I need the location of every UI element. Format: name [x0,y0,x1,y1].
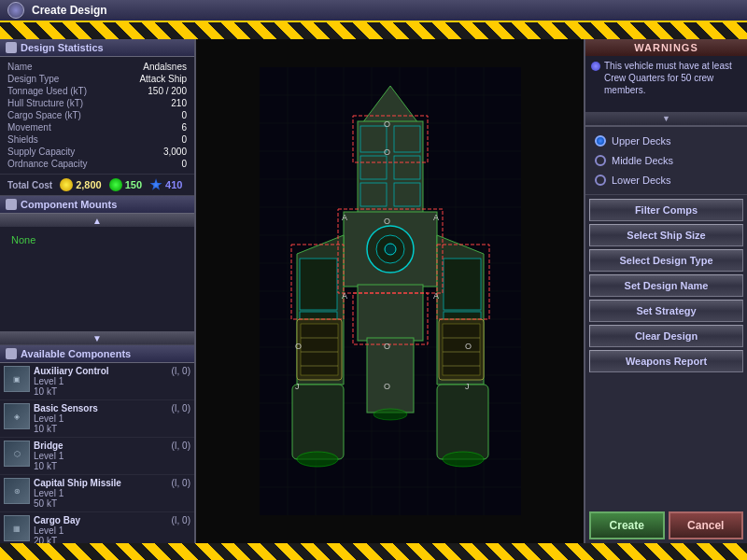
component-name-1: Basic Sensors [34,403,167,413]
deck-upper-button[interactable]: Upper Decks [589,133,743,149]
available-components-panel: Available Components ▣ Auxiliary Control… [0,345,194,543]
component-item[interactable]: ⬡ Bridge Level 1 10 kT (I, 0) [0,438,194,475]
mounts-content: None [0,227,194,331]
svg-rect-32 [437,385,488,459]
svg-rect-45 [300,259,337,310]
svg-text:A: A [342,291,347,301]
svg-point-38 [385,244,396,255]
mounts-icon [6,199,17,210]
stat-label-movement: Movement [7,122,51,133]
component-size-3: 50 kT [34,498,167,509]
cost-research: 410 [149,178,182,191]
svg-point-35 [374,409,407,420]
set-strategy-button[interactable]: Set Strategy [589,300,743,322]
component-size-4: 20 kT [34,536,167,543]
stat-value-name: Andalsnes [143,62,187,72]
component-thumb-3: ⊛ [4,478,30,504]
component-name-0: Auxiliary Control [34,366,167,376]
warnings-content: This vehicle must have at least Crew Qua… [585,56,747,112]
component-name-3: Capital Ship Missile [34,478,167,488]
component-thumb-0: ▣ [4,366,30,392]
stat-row-ordnance: Ordnance Capacity 0 [7,158,187,170]
total-cost-label: Total Cost [7,180,52,190]
component-level-1: Level 1 [34,413,167,424]
stats-content: Name Andalsnes Design Type Attack Ship T… [0,57,194,174]
component-pos-0: (I, 0) [171,366,190,376]
component-item[interactable]: ⊛ Capital Ship Missile Level 1 50 kT (I,… [0,475,194,512]
ship-canvas: A A A A O O O O O O O J J [196,39,584,543]
cost-minerals-value: 150 [125,179,142,190]
svg-text:J: J [465,382,470,391]
credits-icon [60,178,73,191]
svg-point-33 [297,452,338,467]
stat-value-shields: 0 [181,134,187,145]
left-panel: Design Statistics Name Andalsnes Design … [0,39,196,543]
component-mounts-panel: Component Mounts ▲ None ▼ [0,196,194,345]
component-mounts-header: Component Mounts [0,196,194,214]
available-components-title: Available Components [21,348,131,359]
svg-rect-25 [358,121,423,215]
svg-rect-31 [292,385,344,459]
deck-middle-radio [595,155,606,166]
mounts-scroll-down[interactable]: ▼ [0,331,194,344]
research-icon [149,178,162,191]
filter-comps-button[interactable]: Filter Comps [589,199,743,221]
cancel-button[interactable]: Cancel [669,511,744,539]
component-size-1: 10 kT [34,424,167,434]
cost-research-value: 410 [165,179,182,190]
svg-text:O: O [465,342,472,351]
stat-row-shields: Shields 0 [7,133,187,146]
weapons-report-button[interactable]: Weapons Report [589,350,743,372]
svg-text:A: A [433,213,439,222]
component-item[interactable]: ▦ Cargo Bay Level 1 20 kT (I, 0) [0,512,194,543]
stats-icon [6,42,17,53]
component-size-2: 10 kT [34,461,167,471]
stat-row-movement: Movement 6 [7,121,187,133]
stat-label-name: Name [7,62,33,72]
create-button[interactable]: Create [589,511,665,539]
stat-label-hull: Hull Structure (kT) [7,98,83,108]
stat-label-cargo: Cargo Space (kT) [7,110,81,120]
stat-value-supply: 3,000 [163,147,187,157]
component-size-0: 10 kT [34,386,167,397]
warnings-header: WARNINGS [585,39,747,56]
design-stats-title: Design Statistics [21,42,104,53]
component-level-3: Level 1 [34,488,167,498]
component-level-2: Level 1 [34,451,167,461]
component-pos-4: (I, 0) [171,515,190,525]
component-info-0: Auxiliary Control Level 1 10 kT [34,366,167,397]
stat-value-movement: 6 [181,122,187,133]
deck-lower-button[interactable]: Lower Decks [589,172,743,189]
cost-minerals: 150 [109,178,142,191]
stat-label-supply: Supply Capacity [7,147,75,157]
title-icon [7,2,24,19]
components-icon [6,348,17,359]
svg-rect-47 [444,259,481,310]
deck-upper-radio [595,135,606,147]
select-design-type-button[interactable]: Select Design Type [589,249,743,272]
cost-row: Total Cost 2,800 150 410 [0,174,194,195]
component-pos-2: (I, 0) [171,441,190,451]
svg-text:O: O [384,147,390,157]
svg-text:A: A [433,291,439,301]
component-level-0: Level 1 [34,376,167,386]
minerals-icon [109,178,122,191]
clear-design-button[interactable]: Clear Design [589,325,743,347]
component-info-2: Bridge Level 1 10 kT [34,441,167,471]
warnings-box: WARNINGS This vehicle must have at least… [585,39,747,127]
component-item[interactable]: ◈ Basic Sensors Level 1 10 kT (I, 0) [0,400,194,438]
deck-upper-label: Upper Decks [612,135,671,147]
warnings-scroll-down[interactable]: ▼ [585,112,747,125]
select-ship-size-button[interactable]: Select Ship Size [589,224,743,246]
main-layout: Design Statistics Name Andalsnes Design … [0,39,747,543]
set-design-name-button[interactable]: Set Design Name [589,274,743,297]
hazard-border-top [0,22,747,39]
available-components-header: Available Components [0,345,194,363]
component-info-3: Capital Ship Missile Level 1 50 kT [34,478,167,509]
svg-text:O: O [295,342,302,351]
ship-svg: A A A A O O O O O O O J J [260,67,521,515]
component-item[interactable]: ▣ Auxiliary Control Level 1 10 kT (I, 0) [0,363,194,400]
deck-middle-button[interactable]: Middle Decks [589,152,743,169]
mounts-scroll-up[interactable]: ▲ [0,214,194,227]
component-thumb-2: ⬡ [4,441,30,467]
